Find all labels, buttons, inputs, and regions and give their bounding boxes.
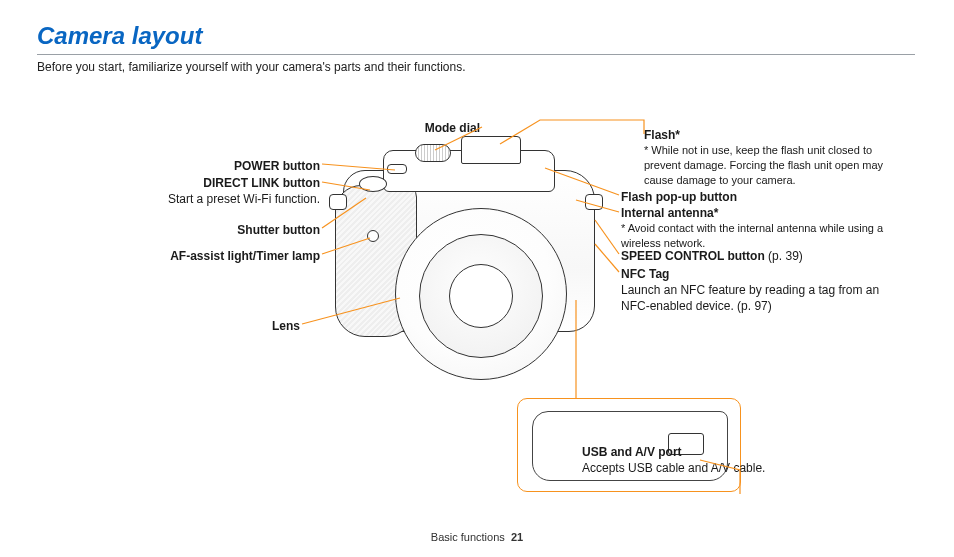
label-antenna-text: Internal antenna*: [621, 206, 718, 220]
label-flash-desc: * While not in use, keep the flash unit …: [644, 143, 904, 188]
label-nfc: NFC Tag Launch an NFC feature by reading…: [621, 266, 891, 315]
camera-af-lamp: [367, 230, 379, 242]
manual-page: Camera layout Before you start, familiar…: [0, 0, 954, 557]
camera-lens-core: [449, 264, 513, 328]
label-usb: USB and A/V port Accepts USB cable and A…: [582, 444, 802, 476]
camera-strap-lug-left: [329, 194, 347, 210]
label-nfc-desc: Launch an NFC feature by reading a tag f…: [621, 283, 879, 313]
label-antenna: Internal antenna* * Avoid contact with t…: [621, 205, 901, 251]
page-title: Camera layout: [37, 22, 202, 50]
camera-illustration: [323, 130, 618, 385]
label-af-lamp-text: AF-assist light/Timer lamp: [170, 249, 320, 263]
camera-mode-dial: [415, 144, 451, 162]
footer-page-number: 21: [511, 531, 523, 543]
label-power: POWER button: [150, 158, 320, 174]
label-speed-ref: (p. 39): [765, 249, 803, 263]
label-flash-popup-text: Flash pop-up button: [621, 190, 737, 204]
label-power-text: POWER button: [234, 159, 320, 173]
label-direct-link: DIRECT LINK button Start a preset Wi-Fi …: [120, 175, 320, 207]
label-shutter: Shutter button: [150, 222, 320, 238]
camera-power-switch: [387, 164, 407, 174]
camera-strap-lug-right: [585, 194, 603, 210]
label-usb-text: USB and A/V port: [582, 445, 682, 459]
label-mode-dial: Mode dial: [350, 120, 480, 136]
intro-text: Before you start, familiarize yourself w…: [37, 60, 465, 74]
label-speed: SPEED CONTROL button (p. 39): [621, 248, 881, 264]
label-nfc-text: NFC Tag: [621, 267, 669, 281]
label-lens-text: Lens: [272, 319, 300, 333]
label-direct-link-desc: Start a preset Wi-Fi function.: [168, 192, 320, 206]
page-footer: Basic functions 21: [0, 531, 954, 543]
label-antenna-desc: * Avoid contact with the internal antenn…: [621, 221, 901, 251]
label-af-lamp: AF-assist light/Timer lamp: [120, 248, 320, 264]
label-shutter-text: Shutter button: [237, 223, 320, 237]
label-lens: Lens: [230, 318, 300, 334]
camera-flash-unit: [461, 136, 521, 164]
footer-section: Basic functions: [431, 531, 505, 543]
label-speed-text: SPEED CONTROL button: [621, 249, 765, 263]
label-direct-link-text: DIRECT LINK button: [203, 176, 320, 190]
label-flash-popup: Flash pop-up button: [621, 189, 881, 205]
title-rule: [37, 54, 915, 55]
label-flash: Flash* * While not in use, keep the flas…: [644, 127, 904, 188]
camera-shutter-button: [359, 176, 387, 192]
label-usb-desc: Accepts USB cable and A/V cable.: [582, 461, 765, 475]
label-mode-dial-text: Mode dial: [425, 121, 480, 135]
label-flash-text: Flash*: [644, 128, 680, 142]
